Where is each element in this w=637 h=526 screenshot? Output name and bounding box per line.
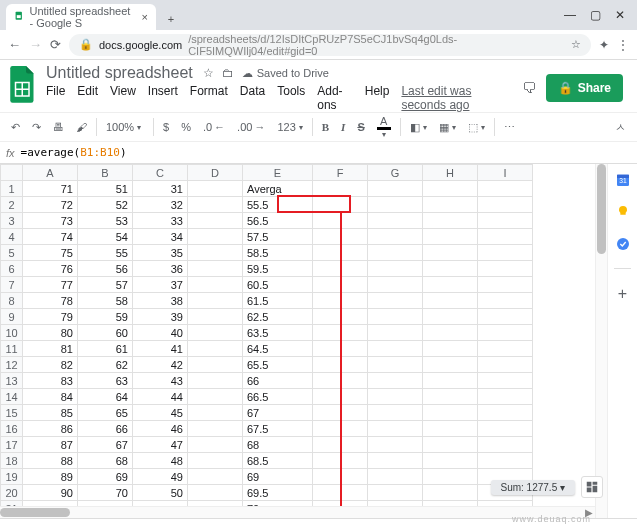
back-icon[interactable]: ← <box>8 37 21 52</box>
redo-icon[interactable]: ↷ <box>29 119 44 136</box>
cell-G11[interactable] <box>368 341 423 357</box>
cell-A8[interactable]: 78 <box>23 293 78 309</box>
address-bar[interactable]: 🔒 docs.google.com /spreadsheets/d/12IsDI… <box>69 34 591 56</box>
cell-C5[interactable]: 35 <box>133 245 188 261</box>
cell-A6[interactable]: 76 <box>23 261 78 277</box>
cell-C1[interactable]: 31 <box>133 181 188 197</box>
cell-B8[interactable]: 58 <box>78 293 133 309</box>
horizontal-scrollbar[interactable]: ▶ <box>0 506 595 518</box>
cell-B10[interactable]: 60 <box>78 325 133 341</box>
cell-I5[interactable] <box>478 245 533 261</box>
cell-C11[interactable]: 41 <box>133 341 188 357</box>
paint-format-icon[interactable]: 🖌 <box>73 119 90 135</box>
col-header-G[interactable]: G <box>368 165 423 181</box>
cell-B20[interactable]: 70 <box>78 485 133 501</box>
cell-H12[interactable] <box>423 357 478 373</box>
formula-bar[interactable]: fx =average(B1:B10) <box>0 142 637 164</box>
cell-H19[interactable] <box>423 469 478 485</box>
cell-D8[interactable] <box>188 293 243 309</box>
row-header-4[interactable]: 4 <box>1 229 23 245</box>
row-header-20[interactable]: 20 <box>1 485 23 501</box>
cell-I11[interactable] <box>478 341 533 357</box>
row-header-17[interactable]: 17 <box>1 437 23 453</box>
cell-A9[interactable]: 79 <box>23 309 78 325</box>
cell-A2[interactable]: 72 <box>23 197 78 213</box>
row-header-12[interactable]: 12 <box>1 357 23 373</box>
cell-H7[interactable] <box>423 277 478 293</box>
spreadsheet-grid[interactable]: ABCDEFGHI1715131Averga272523255.53735333… <box>0 164 533 518</box>
cell-I15[interactable] <box>478 405 533 421</box>
cell-G8[interactable] <box>368 293 423 309</box>
cell-C6[interactable]: 36 <box>133 261 188 277</box>
cell-B17[interactable]: 67 <box>78 437 133 453</box>
cell-G6[interactable] <box>368 261 423 277</box>
cell-D14[interactable] <box>188 389 243 405</box>
share-button[interactable]: 🔒 Share <box>546 74 623 102</box>
cell-F13[interactable] <box>313 373 368 389</box>
col-header-I[interactable]: I <box>478 165 533 181</box>
comment-history-icon[interactable]: 🗨 <box>522 80 536 96</box>
cell-E8[interactable]: 61.5 <box>243 293 313 309</box>
cell-G12[interactable] <box>368 357 423 373</box>
keep-addon-icon[interactable] <box>615 204 631 220</box>
merge-button[interactable]: ⬚ <box>465 119 488 136</box>
cell-I6[interactable] <box>478 261 533 277</box>
forward-icon[interactable]: → <box>29 37 42 52</box>
cell-C17[interactable]: 47 <box>133 437 188 453</box>
cell-H11[interactable] <box>423 341 478 357</box>
menu-view[interactable]: View <box>110 84 136 112</box>
cell-A4[interactable]: 74 <box>23 229 78 245</box>
cell-B2[interactable]: 52 <box>78 197 133 213</box>
decrease-decimal-button[interactable]: .0← <box>200 119 228 135</box>
cell-C18[interactable]: 48 <box>133 453 188 469</box>
cell-F2[interactable] <box>313 197 368 213</box>
cell-I3[interactable] <box>478 213 533 229</box>
cell-G16[interactable] <box>368 421 423 437</box>
col-header-H[interactable]: H <box>423 165 478 181</box>
cell-D2[interactable] <box>188 197 243 213</box>
italic-button[interactable]: I <box>338 119 348 135</box>
menu-data[interactable]: Data <box>240 84 265 112</box>
cell-C3[interactable]: 33 <box>133 213 188 229</box>
cell-H20[interactable] <box>423 485 478 501</box>
row-header-5[interactable]: 5 <box>1 245 23 261</box>
reload-icon[interactable]: ⟳ <box>50 37 61 52</box>
row-header-15[interactable]: 15 <box>1 405 23 421</box>
cell-E9[interactable]: 62.5 <box>243 309 313 325</box>
currency-button[interactable]: $ <box>160 119 172 135</box>
col-header-E[interactable]: E <box>243 165 313 181</box>
undo-icon[interactable]: ↶ <box>8 119 23 136</box>
cell-A5[interactable]: 75 <box>23 245 78 261</box>
cell-B5[interactable]: 55 <box>78 245 133 261</box>
cell-G9[interactable] <box>368 309 423 325</box>
cell-D11[interactable] <box>188 341 243 357</box>
toolbar-collapse-icon[interactable]: ㅅ <box>612 118 629 137</box>
row-header-10[interactable]: 10 <box>1 325 23 341</box>
cell-H15[interactable] <box>423 405 478 421</box>
cell-C8[interactable]: 38 <box>133 293 188 309</box>
cell-E20[interactable]: 69.5 <box>243 485 313 501</box>
cell-G7[interactable] <box>368 277 423 293</box>
tab-close-icon[interactable]: × <box>142 11 148 23</box>
cell-C19[interactable]: 49 <box>133 469 188 485</box>
cell-G19[interactable] <box>368 469 423 485</box>
cell-B18[interactable]: 68 <box>78 453 133 469</box>
explore-button[interactable] <box>581 476 603 498</box>
cell-G1[interactable] <box>368 181 423 197</box>
corner-cell[interactable] <box>1 165 23 181</box>
cell-F9[interactable] <box>313 309 368 325</box>
cell-D17[interactable] <box>188 437 243 453</box>
cell-D6[interactable] <box>188 261 243 277</box>
cell-I10[interactable] <box>478 325 533 341</box>
col-header-F[interactable]: F <box>313 165 368 181</box>
cell-I4[interactable] <box>478 229 533 245</box>
menu-format[interactable]: Format <box>190 84 228 112</box>
cell-H4[interactable] <box>423 229 478 245</box>
vertical-scrollbar[interactable] <box>595 164 607 518</box>
cell-H17[interactable] <box>423 437 478 453</box>
cell-G17[interactable] <box>368 437 423 453</box>
cell-D9[interactable] <box>188 309 243 325</box>
row-header-9[interactable]: 9 <box>1 309 23 325</box>
cell-G4[interactable] <box>368 229 423 245</box>
cell-F20[interactable] <box>313 485 368 501</box>
